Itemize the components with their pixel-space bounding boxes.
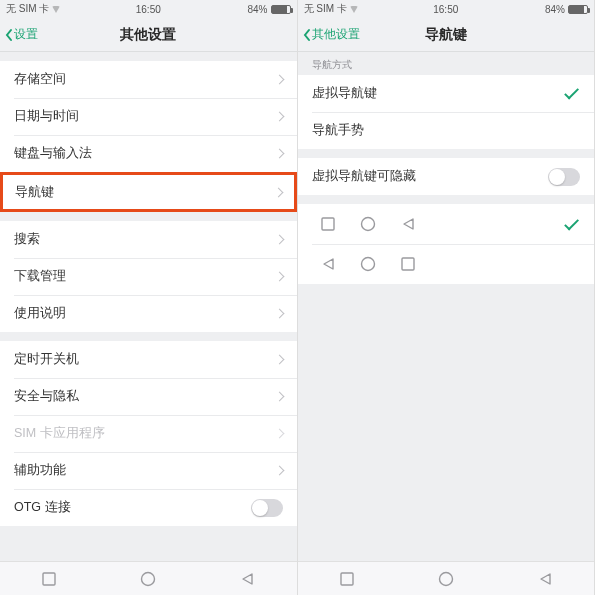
- row-hide-keys[interactable]: 虚拟导航键可隐藏: [298, 158, 595, 195]
- battery-icon: [271, 5, 291, 14]
- nav-header: 设置 其他设置: [0, 18, 297, 52]
- chevron-right-icon: [274, 392, 284, 402]
- chevron-right-icon: [274, 466, 284, 476]
- nav-header: 其他设置 导航键: [298, 18, 595, 52]
- square-icon: [308, 217, 348, 231]
- chevron-right-icon: [274, 112, 284, 122]
- phone-right: 无 SIM 卡 16:50 84% 其他设置 导航键 导航方式 虚拟导航键 导航…: [298, 0, 596, 595]
- status-bar: 无 SIM 卡 16:50 84%: [298, 0, 595, 18]
- svg-point-7: [439, 572, 452, 585]
- back-nav-button[interactable]: [240, 572, 254, 586]
- row-otg[interactable]: OTG 连接: [0, 489, 297, 526]
- row-instructions[interactable]: 使用说明: [0, 295, 297, 332]
- page-title: 其他设置: [120, 26, 176, 44]
- wifi-icon: [52, 6, 60, 13]
- chevron-right-icon: [274, 309, 284, 319]
- chevron-right-icon: [274, 272, 284, 282]
- back-label: 其他设置: [312, 26, 360, 43]
- battery-pct: 84%: [545, 4, 565, 15]
- toggle-otg[interactable]: [251, 499, 283, 517]
- chevron-right-icon: [274, 149, 284, 159]
- back-label: 设置: [14, 26, 38, 43]
- row-search[interactable]: 搜索: [0, 221, 297, 258]
- system-nav-bar: [0, 561, 297, 595]
- system-nav-bar: [298, 561, 595, 595]
- row-security[interactable]: 安全与隐私: [0, 378, 297, 415]
- home-button[interactable]: [140, 571, 156, 587]
- battery-pct: 84%: [247, 4, 267, 15]
- chevron-right-icon: [274, 75, 284, 85]
- status-time: 16:50: [136, 4, 161, 15]
- row-keyboard[interactable]: 键盘与输入法: [0, 135, 297, 172]
- svg-rect-2: [322, 218, 334, 230]
- status-time: 16:50: [433, 4, 458, 15]
- svg-rect-6: [341, 573, 353, 585]
- row-download[interactable]: 下载管理: [0, 258, 297, 295]
- row-datetime[interactable]: 日期与时间: [0, 98, 297, 135]
- recents-button[interactable]: [340, 572, 354, 586]
- nav-layout-chooser: [298, 204, 595, 284]
- row-storage[interactable]: 存储空间: [0, 61, 297, 98]
- triangle-icon: [308, 257, 348, 271]
- svg-rect-5: [402, 258, 414, 270]
- circle-icon: [348, 216, 388, 232]
- toggle-hide-keys[interactable]: [548, 168, 580, 186]
- check-icon: [564, 215, 579, 230]
- home-button[interactable]: [438, 571, 454, 587]
- back-nav-button[interactable]: [538, 572, 552, 586]
- row-accessibility[interactable]: 辅助功能: [0, 452, 297, 489]
- svg-point-3: [361, 218, 374, 231]
- row-sim-app: SIM 卡应用程序: [0, 415, 297, 452]
- layout-option-1[interactable]: [298, 204, 595, 244]
- phone-left: 无 SIM 卡 16:50 84% 设置 其他设置 存储空间 日期与时间 键盘与…: [0, 0, 298, 595]
- circle-icon: [348, 256, 388, 272]
- square-icon: [388, 257, 428, 271]
- row-navigation-keys-highlighted[interactable]: 导航键: [0, 172, 297, 212]
- chevron-right-icon: [274, 235, 284, 245]
- svg-point-4: [361, 258, 374, 271]
- wifi-icon: [350, 6, 358, 13]
- svg-rect-0: [43, 573, 55, 585]
- chevron-right-icon: [274, 429, 284, 439]
- status-bar: 无 SIM 卡 16:50 84%: [0, 0, 297, 18]
- carrier-label: 无 SIM 卡: [304, 2, 347, 16]
- battery-icon: [568, 5, 588, 14]
- recents-button[interactable]: [42, 572, 56, 586]
- layout-option-2[interactable]: [298, 244, 595, 284]
- svg-point-1: [142, 572, 155, 585]
- triangle-icon: [388, 217, 428, 231]
- section-label-nav-mode: 导航方式: [298, 52, 595, 75]
- chevron-left-icon: [4, 28, 14, 42]
- chevron-right-icon: [273, 187, 283, 197]
- row-scheduled-power[interactable]: 定时开关机: [0, 341, 297, 378]
- chevron-right-icon: [274, 355, 284, 365]
- back-button[interactable]: 设置: [0, 26, 38, 43]
- page-title: 导航键: [425, 26, 467, 44]
- chevron-left-icon: [302, 28, 312, 42]
- row-virtual-keys[interactable]: 虚拟导航键: [298, 75, 595, 112]
- back-button[interactable]: 其他设置: [298, 26, 360, 43]
- row-gesture[interactable]: 导航手势: [298, 112, 595, 149]
- content-right: 导航方式 虚拟导航键 导航手势 虚拟导航键可隐藏: [298, 52, 595, 595]
- check-icon: [564, 85, 579, 100]
- carrier-label: 无 SIM 卡: [6, 2, 49, 16]
- content-left: 存储空间 日期与时间 键盘与输入法 导航键 搜索 下载管理 使用说明 定时开关机…: [0, 52, 297, 595]
